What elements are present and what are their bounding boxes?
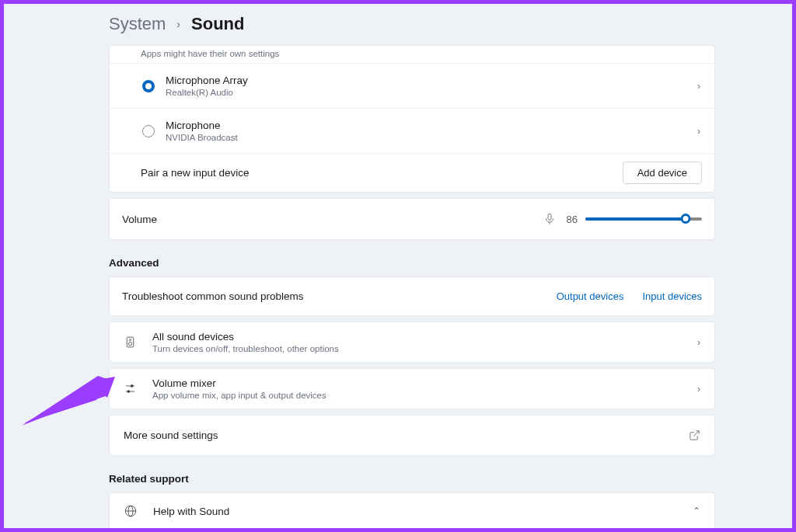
device-name: Microphone	[166, 120, 238, 131]
speaker-icon	[124, 336, 137, 349]
svg-rect-0	[548, 214, 551, 220]
advanced-header: Advanced	[109, 257, 715, 269]
input-header-partial: Apps might have their own settings	[110, 46, 714, 63]
device-driver: Realtek(R) Audio	[166, 88, 248, 97]
device-driver: NVIDIA Broadcast	[166, 133, 238, 142]
input-device-row[interactable]: Microphone NVIDIA Broadcast ›	[110, 108, 714, 153]
chevron-right-icon: ›	[697, 81, 700, 92]
more-sound-settings-card[interactable]: More sound settings	[109, 415, 715, 456]
svg-marker-14	[22, 376, 112, 426]
pair-device-row: Pair a new input device Add device	[110, 153, 714, 192]
svg-line-9	[693, 431, 699, 436]
input-devices-link[interactable]: Input devices	[642, 290, 702, 302]
chevron-right-icon: ›	[697, 384, 700, 395]
svg-point-8	[127, 391, 130, 393]
help-label: Help with Sound	[153, 506, 229, 517]
external-link-icon	[689, 429, 700, 441]
input-subtitle: Apps might have their own settings	[141, 49, 279, 58]
radio-selected-icon[interactable]	[142, 80, 155, 92]
input-devices-card: Apps might have their own settings Micro…	[109, 45, 715, 193]
svg-point-3	[129, 339, 131, 341]
chevron-up-icon: ⌃	[693, 506, 700, 516]
input-device-row[interactable]: Microphone Array Realtek(R) Audio ›	[110, 63, 714, 108]
breadcrumb-system[interactable]: System	[109, 14, 166, 34]
mixer-subtitle: App volume mix, app input & output devic…	[152, 391, 326, 400]
output-devices-link[interactable]: Output devices	[557, 290, 624, 302]
pair-label: Pair a new input device	[141, 167, 250, 179]
breadcrumb-current: Sound	[191, 14, 244, 34]
add-device-button[interactable]: Add device	[623, 162, 702, 184]
more-settings-label: More sound settings	[124, 429, 218, 441]
chevron-right-icon: ›	[176, 18, 180, 30]
volume-mixer-card[interactable]: Volume mixer App volume mix, app input &…	[109, 368, 715, 409]
volume-value: 86	[567, 214, 578, 225]
all-sound-devices-card[interactable]: All sound devices Turn devices on/off, t…	[109, 322, 715, 363]
chevron-right-icon: ›	[697, 337, 700, 348]
globe-icon	[124, 504, 138, 518]
microphone-icon	[543, 213, 556, 225]
breadcrumb: System › Sound	[109, 14, 715, 34]
svg-point-4	[128, 342, 131, 346]
device-name: Microphone Array	[166, 75, 248, 86]
volume-label: Volume	[122, 214, 157, 225]
radio-unselected-icon[interactable]	[142, 125, 155, 137]
mixer-icon	[124, 382, 137, 395]
annotation-arrow	[20, 357, 121, 427]
related-support-header: Related support	[109, 473, 715, 485]
all-devices-title: All sound devices	[152, 331, 339, 342]
volume-slider[interactable]	[585, 213, 702, 225]
troubleshoot-card: Troubleshoot common sound problems Outpu…	[109, 276, 715, 316]
volume-card: Volume 86	[109, 198, 715, 240]
all-devices-subtitle: Turn devices on/off, troubleshoot, other…	[152, 344, 339, 353]
help-with-sound-row[interactable]: Help with Sound ⌃	[110, 493, 714, 529]
help-card: Help with Sound ⌃ Setting up a microphon…	[109, 492, 715, 532]
troubleshoot-label: Troubleshoot common sound problems	[122, 290, 304, 302]
mixer-title: Volume mixer	[152, 377, 326, 389]
setup-microphone-row[interactable]: Setting up a microphone	[110, 529, 714, 532]
chevron-right-icon: ›	[697, 126, 700, 137]
svg-point-6	[131, 385, 133, 388]
